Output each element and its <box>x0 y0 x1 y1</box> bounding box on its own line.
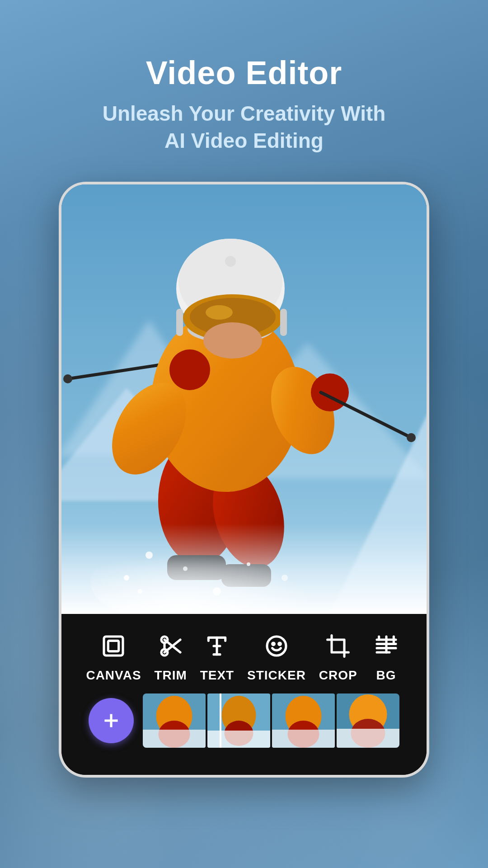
toolbar-items: CANVAS TRIM <box>80 630 408 683</box>
svg-rect-68 <box>207 731 270 748</box>
svg-point-34 <box>247 562 250 566</box>
timeline-frame-1[interactable] <box>143 693 206 748</box>
phone-container: CANVAS TRIM <box>0 182 488 778</box>
bg-icon <box>371 630 402 662</box>
svg-point-28 <box>225 256 236 267</box>
toolbar-item-trim[interactable]: TRIM <box>154 630 187 683</box>
canvas-icon <box>98 630 129 662</box>
svg-rect-72 <box>272 730 335 748</box>
trim-icon <box>155 630 187 662</box>
crop-icon <box>322 630 354 662</box>
toolbar-item-sticker[interactable]: STICKER <box>247 630 306 683</box>
svg-rect-38 <box>104 637 123 656</box>
timeline-strip[interactable] <box>143 693 399 748</box>
app-title: Video Editor <box>0 54 488 91</box>
toolbar-item-crop[interactable]: CROP <box>319 630 357 683</box>
sticker-label: STICKER <box>247 668 306 683</box>
bg-label: BG <box>376 668 396 683</box>
svg-rect-51 <box>332 640 344 652</box>
timeline-frame-3[interactable] <box>272 693 335 748</box>
svg-rect-39 <box>108 641 119 651</box>
svg-rect-64 <box>143 730 206 748</box>
svg-point-49 <box>272 643 275 645</box>
crop-label: CROP <box>319 668 357 683</box>
svg-point-24 <box>206 305 233 320</box>
toolbar: CANVAS TRIM <box>61 614 427 775</box>
svg-point-37 <box>138 589 142 594</box>
add-media-button[interactable] <box>89 698 134 743</box>
timeline-playhead <box>220 693 221 748</box>
svg-point-6 <box>63 374 72 383</box>
svg-point-36 <box>213 587 221 595</box>
text-icon <box>201 630 233 662</box>
video-preview-area[interactable] <box>61 184 427 614</box>
svg-point-17 <box>407 433 416 442</box>
svg-point-15 <box>311 373 349 411</box>
svg-point-33 <box>124 575 129 580</box>
svg-point-14 <box>169 349 210 390</box>
toolbar-item-canvas[interactable]: CANVAS <box>86 630 141 683</box>
svg-point-32 <box>183 566 188 571</box>
toolbar-item-bg[interactable]: BG <box>371 630 402 683</box>
svg-point-48 <box>267 637 286 656</box>
svg-rect-76 <box>337 729 399 748</box>
svg-point-31 <box>145 552 153 559</box>
text-label: TEXT <box>200 668 235 683</box>
svg-point-25 <box>203 322 262 359</box>
svg-rect-26 <box>176 309 183 336</box>
phone-mockup: CANVAS TRIM <box>59 182 429 778</box>
canvas-label: CANVAS <box>86 668 141 683</box>
sticker-icon <box>261 630 292 662</box>
skier-svg <box>61 184 427 614</box>
trim-label: TRIM <box>154 668 187 683</box>
app-subtitle: Unleash Your Creativity WithAI Video Edi… <box>0 100 488 155</box>
timeline-frame-2[interactable] <box>207 693 270 748</box>
svg-point-35 <box>282 575 288 581</box>
svg-rect-27 <box>280 309 287 336</box>
toolbar-item-text[interactable]: TEXT <box>200 630 235 683</box>
timeline-frame-4[interactable] <box>337 693 399 748</box>
timeline <box>80 693 408 761</box>
svg-point-50 <box>279 643 281 645</box>
header-section: Video Editor Unleash Your Creativity Wit… <box>0 0 488 182</box>
